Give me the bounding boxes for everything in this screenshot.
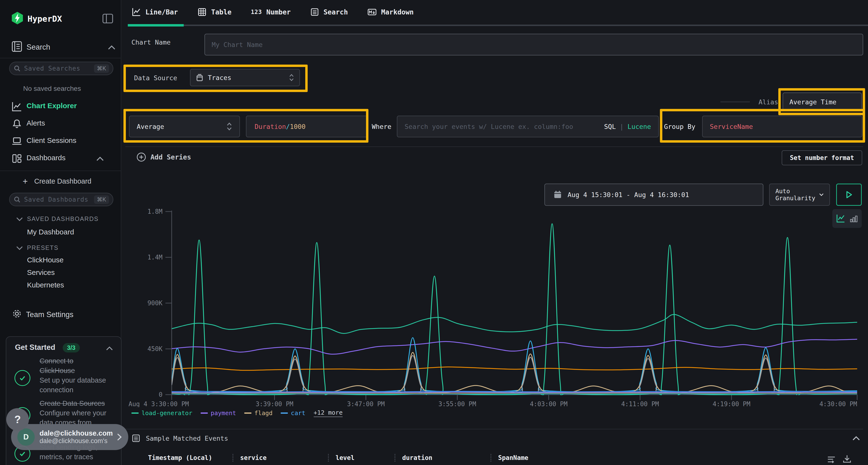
sidebar-section-search[interactable]: Search — [27, 43, 50, 52]
group-by-input[interactable]: ServiceName — [702, 115, 862, 137]
column-header[interactable]: level — [336, 454, 395, 461]
granularity-select[interactable]: Auto Granularity — [769, 184, 830, 206]
collapse-sidebar-icon[interactable] — [102, 13, 113, 24]
chevron-down-icon[interactable] — [16, 246, 23, 251]
legend-swatch — [131, 412, 138, 414]
chart-series — [172, 314, 857, 333]
sidebar-item-dashboards[interactable]: Dashboards — [0, 152, 121, 166]
chevron-up-icon[interactable] — [852, 436, 860, 441]
legend-item[interactable]: load-generator — [131, 409, 192, 417]
legend-swatch — [200, 412, 208, 414]
field-expression-input[interactable]: Duration / 1000 — [246, 115, 368, 137]
chevron-up-icon[interactable] — [96, 156, 104, 161]
legend-swatch — [281, 412, 288, 414]
get-started-title: Get Started — [15, 343, 55, 352]
chart-series — [172, 355, 857, 394]
legend-label: payment — [211, 409, 236, 417]
active-tab-underline — [128, 24, 184, 27]
layout-grid-icon — [11, 153, 22, 164]
svg-text:3:39:00 PM: 3:39:00 PM — [255, 400, 293, 407]
search-icon — [13, 196, 21, 203]
where-input-field[interactable] — [405, 123, 604, 130]
sidebar-item-kubernetes[interactable]: Kubernetes — [27, 281, 64, 289]
add-series-button[interactable]: Add Series — [136, 152, 191, 162]
presets-section-label[interactable]: PRESETS — [27, 244, 59, 251]
sidebar-item-clickhouse[interactable]: ClickHouse — [27, 256, 64, 264]
svg-text:4:19:00 PM: 4:19:00 PM — [713, 400, 751, 407]
divider — [0, 171, 121, 171]
sidebar-item-alerts[interactable]: Alerts — [0, 117, 121, 132]
where-input[interactable]: SQL | Lucene — [397, 115, 659, 137]
timeseries-chart[interactable]: 0450K900K1.4M1.8MAug 4 3:30:00 PM3:39:00… — [128, 207, 863, 407]
tab-table[interactable]: Table — [197, 7, 231, 17]
alias-input[interactable]: Average Time — [783, 93, 862, 111]
svg-text:0: 0 — [159, 391, 162, 398]
tab-markdown[interactable]: Markdown — [367, 7, 414, 17]
check-circle-icon — [14, 370, 30, 386]
date-range-input[interactable]: Aug 4 15:30:01 - Aug 4 16:30:01 — [545, 184, 763, 206]
saved-searches-input[interactable]: Saved Searches ⌘K — [9, 62, 113, 75]
legend-item[interactable]: payment — [200, 409, 236, 417]
sidebar: HyperDX Search Saved Searches ⌘K No — [0, 0, 121, 465]
events-table-header: Timestamp (Local)serviceleveldurationSpa… — [148, 454, 812, 462]
get-started-item[interactable]: Connect to ClickHouse Set up your databa… — [39, 356, 106, 395]
list-icon — [310, 7, 319, 16]
column-resize-handle[interactable] — [395, 454, 396, 462]
column-resize-handle[interactable] — [232, 454, 234, 462]
chart-name-input-field[interactable] — [205, 41, 863, 48]
sidebar-item-team-settings[interactable]: Team Settings — [26, 310, 73, 319]
svg-text:4:11:00 PM: 4:11:00 PM — [621, 400, 659, 407]
column-header[interactable]: service — [240, 454, 328, 461]
lucene-toggle[interactable]: Lucene — [627, 123, 651, 130]
aggregation-select[interactable]: Average — [129, 115, 240, 137]
field-token: Duration — [255, 123, 286, 130]
download-icon[interactable] — [842, 454, 852, 464]
chevron-down-icon — [819, 193, 824, 197]
column-header[interactable]: duration — [402, 454, 490, 461]
saved-dashboards-section-label[interactable]: SAVED DASHBOARDS — [27, 215, 99, 222]
chart-legend: load-generatorpaymentflagdcart+12 more — [131, 409, 343, 417]
run-query-button[interactable] — [836, 184, 862, 206]
legend-more-link[interactable]: +12 more — [314, 409, 343, 417]
legend-item[interactable]: cart — [281, 409, 305, 417]
column-header[interactable]: Timestamp (Local) — [148, 454, 232, 461]
language-divider: | — [620, 123, 623, 130]
divider — [125, 146, 863, 147]
sql-toggle[interactable]: SQL — [604, 123, 616, 130]
set-number-format-button[interactable]: Set number format — [782, 150, 862, 165]
search-icon — [13, 65, 21, 72]
chevron-up-icon[interactable] — [107, 45, 116, 50]
no-saved-searches-text: No saved searches — [23, 85, 81, 93]
chevron-up-icon[interactable] — [105, 346, 113, 351]
tab-search[interactable]: Search — [310, 7, 348, 16]
create-dashboard-button[interactable]: + Create Dashboard — [0, 175, 121, 190]
table-icon — [197, 7, 207, 17]
svg-text:4:03:00 PM: 4:03:00 PM — [530, 400, 567, 407]
legend-item[interactable]: flagd — [244, 409, 273, 417]
column-header[interactable]: SpanName — [498, 454, 812, 461]
sample-events-header[interactable]: Sample Matched Events — [131, 434, 228, 443]
chart-name-input[interactable] — [205, 34, 863, 56]
tab-number[interactable]: 123 Number — [251, 8, 291, 16]
sidebar-item-client-sessions[interactable]: Client Sessions — [0, 134, 121, 149]
select-chevrons-icon — [289, 73, 294, 82]
svg-text:450K: 450K — [147, 345, 162, 353]
user-profile-button[interactable]: D dale@clickhouse.com dale@clickhouse.co… — [11, 424, 128, 450]
get-started-progress-badge: 3/3 — [63, 343, 80, 353]
chevron-down-icon[interactable] — [16, 217, 23, 222]
help-button[interactable]: ? — [6, 408, 29, 431]
wrap-lines-icon[interactable] — [827, 455, 836, 464]
legend-label: flagd — [254, 409, 273, 417]
tab-line-bar[interactable]: Line/Bar — [131, 7, 178, 17]
sidebar-item-my-dashboard[interactable]: My Dashboard — [27, 228, 74, 236]
data-source-label: Data Source — [134, 74, 177, 82]
saved-dashboards-input[interactable]: Saved Dashboards ⌘K — [9, 193, 113, 206]
column-resize-handle[interactable] — [328, 454, 329, 462]
get-started-item[interactable]: Create Data Sources Configure where your… — [39, 399, 106, 427]
legend-label: cart — [291, 409, 305, 417]
markdown-icon — [367, 7, 377, 17]
data-source-select[interactable]: Traces — [190, 69, 300, 86]
sidebar-item-chart-explorer[interactable]: Chart Explorer — [0, 100, 121, 114]
sidebar-item-services[interactable]: Services — [27, 268, 55, 276]
column-resize-handle[interactable] — [490, 454, 491, 462]
